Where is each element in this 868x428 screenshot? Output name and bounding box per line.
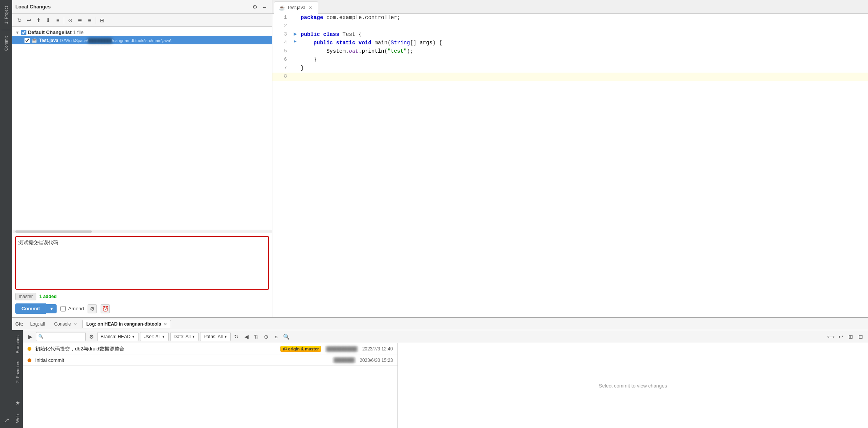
code-line-2: 2 — [272, 22, 868, 31]
code-line-1: 1 package com.example.controller; — [272, 14, 868, 22]
line-gutter-3: ▶ — [292, 31, 299, 37]
file-row[interactable]: ☕ Test.java D:\WorkSpace\████████\cangna… — [12, 36, 272, 44]
expand-btn[interactable]: ≣ — [76, 16, 84, 24]
star-icon[interactable]: ★ — [15, 400, 20, 406]
changelist-checkbox[interactable] — [21, 30, 26, 35]
editor-tab-test-java[interactable]: ☕ Test.java ✕ — [274, 2, 318, 14]
code-line-8: 8 — [272, 73, 868, 81]
local-changes-panel: Local Changes ⚙ – ↻ ↩ ⬆ ⬇ ≡ ⊙ ≣ ≡ ⊞ — [12, 0, 272, 317]
branch-filter[interactable]: Branch: HEAD ▼ — [97, 332, 138, 341]
bottom-panel: Git: Log: all Console ✕ Log: on HEAD in … — [12, 317, 868, 428]
git-tab-log-all[interactable]: Log: all — [26, 320, 49, 328]
panel-title: Local Changes — [15, 4, 50, 10]
refresh-btn[interactable]: ↻ — [15, 16, 24, 24]
git-settings-btn[interactable]: ⚙ — [87, 332, 96, 341]
git-sort-btn[interactable]: ⇅ — [252, 332, 261, 341]
git-tabs-bar: Git: Log: all Console ✕ Log: on HEAD in … — [12, 318, 868, 330]
commit-options-btn[interactable]: ⚙ — [88, 304, 97, 313]
editor-tabs: ☕ Test.java ✕ — [272, 0, 868, 14]
date-filter[interactable]: Date: All ▼ — [170, 332, 199, 341]
commit-dropdown-button[interactable]: ▼ — [46, 304, 57, 313]
diff-btn[interactable]: ≡ — [54, 16, 62, 24]
git-commit-msg-1: 初始化代码提交，db2与druid数据源整合 — [35, 345, 277, 352]
java-file-icon: ☕ — [279, 5, 285, 11]
h-scrollbar[interactable] — [12, 230, 272, 233]
git-tab-console[interactable]: Console ✕ — [50, 320, 80, 328]
git-dot-1 — [28, 347, 31, 351]
bottom-left-sidebar: Branches 2: Favorites ★ Web — [12, 330, 23, 428]
amend-area: Amend — [60, 306, 84, 311]
line-num-5: 5 — [272, 47, 292, 54]
console-tab-close[interactable]: ✕ — [74, 322, 77, 326]
sidebar-icon-git[interactable]: ⎇ — [2, 416, 11, 425]
line-gutter-6: – — [292, 56, 299, 60]
file-checkbox[interactable] — [24, 38, 30, 43]
git-arrow-left-btn[interactable]: ◀ — [242, 332, 251, 341]
git-eye-btn[interactable]: ⊙ — [262, 332, 270, 341]
git-graph-btn[interactable]: ⊞ — [847, 332, 855, 341]
changelist-toolbar: ↻ ↩ ⬆ ⬇ ≡ ⊙ ≣ ≡ ⊞ — [12, 14, 272, 27]
git-branch-compare-btn[interactable]: ⟷ — [827, 332, 835, 341]
move-down-btn[interactable]: ⬇ — [44, 16, 52, 24]
group-btn[interactable]: ⊞ — [98, 16, 106, 24]
git-commit-row-1[interactable]: 初始化代码提交，db2与druid数据源整合 🏷 origin & master… — [23, 343, 397, 355]
settings-icon-btn[interactable]: ⚙ — [251, 3, 259, 11]
git-log-toolbar: ▶ 🔍 ⚙ Branch: HEAD ▼ User: All ▼ Date: A… — [23, 330, 868, 343]
git-refresh-btn[interactable]: ↻ — [232, 332, 241, 341]
git-date-2: 2023/6/30 15:23 — [360, 358, 393, 363]
code-line-4: 4 ▶ public static void main(String[] arg… — [272, 39, 868, 47]
git-revert-btn[interactable]: ↩ — [837, 332, 845, 341]
line-content-1: package com.example.controller; — [299, 14, 868, 21]
git-log-main: ▶ 🔍 ⚙ Branch: HEAD ▼ User: All ▼ Date: A… — [23, 330, 868, 428]
commit-button[interactable]: Commit — [15, 303, 46, 314]
git-find-btn[interactable]: 🔍 — [282, 332, 290, 341]
git-columns-btn[interactable]: ⊟ — [857, 332, 865, 341]
editor-tab-close[interactable]: ✕ — [308, 5, 313, 11]
git-tab-log-head[interactable]: Log: on HEAD in cangnan-dbtools ✕ — [82, 320, 171, 328]
git-right-panel: Select commit to view changes — [398, 343, 868, 428]
toolbar-sep2 — [96, 17, 96, 24]
sidebar-tab-commit[interactable]: Commit — [2, 33, 10, 54]
line-num-4: 4 — [272, 39, 292, 45]
commit-message-input[interactable]: 测试提交错误代码 — [15, 236, 269, 290]
origin-tag: 🏷 origin & master — [280, 346, 321, 352]
line-num-2: 2 — [272, 22, 292, 29]
paths-filter[interactable]: Paths: All ▼ — [200, 332, 231, 341]
favorites-tab[interactable]: 2: Favorites — [15, 358, 21, 385]
user-filter[interactable]: User: All ▼ — [140, 332, 169, 341]
undo-btn[interactable]: ↩ — [25, 16, 33, 24]
sidebar-tab-project[interactable]: 1: Project — [2, 3, 10, 27]
git-label: Git: — [15, 321, 23, 327]
git-dot-2 — [28, 358, 31, 362]
commit-schedule-btn[interactable]: ⏰ — [101, 304, 110, 313]
changelist-count: 1 file — [73, 29, 83, 35]
amend-label[interactable]: Amend — [68, 306, 84, 311]
git-hash-1: ████████████ — [325, 346, 358, 352]
line-content-3: public class Test { — [299, 31, 868, 38]
changelist-row: ▼ Default Changelist 1 file — [12, 28, 272, 36]
move-up-btn[interactable]: ⬆ — [34, 16, 43, 24]
search-icon: 🔍 — [38, 334, 44, 339]
panel-header: Local Changes ⚙ – — [12, 0, 272, 14]
git-commit-row-2[interactable]: Initial commit ████████ 2023/6/30 15:23 — [23, 355, 397, 366]
web-tab[interactable]: Web — [15, 412, 21, 425]
line-content-5: System.out.println("test"); — [299, 47, 868, 55]
git-right-panel-text: Select commit to view changes — [599, 383, 667, 389]
line-content-8 — [299, 73, 868, 80]
collapse-btn[interactable]: ≡ — [85, 16, 94, 24]
minimize-btn[interactable]: – — [261, 3, 269, 11]
git-expand-btn[interactable]: ▶ — [26, 332, 34, 341]
code-line-7: 7 } — [272, 64, 868, 73]
branches-tab[interactable]: Branches — [15, 333, 21, 355]
code-editor[interactable]: 1 package com.example.controller; 2 3 ▶ … — [272, 14, 868, 317]
git-log-list: 初始化代码提交，db2与druid数据源整合 🏷 origin & master… — [23, 343, 398, 428]
line-gutter-4: ▶ — [292, 39, 299, 44]
branch-badge: master — [15, 293, 36, 300]
line-num-7: 7 — [272, 64, 292, 71]
view-options-btn[interactable]: ⊙ — [66, 16, 75, 24]
panel-header-actions: ⚙ – — [251, 3, 269, 11]
code-line-5: 5 System.out.println("test"); — [272, 47, 868, 56]
git-more-btn[interactable]: » — [272, 332, 280, 341]
amend-checkbox[interactable] — [60, 306, 66, 311]
log-head-tab-close[interactable]: ✕ — [164, 322, 167, 326]
